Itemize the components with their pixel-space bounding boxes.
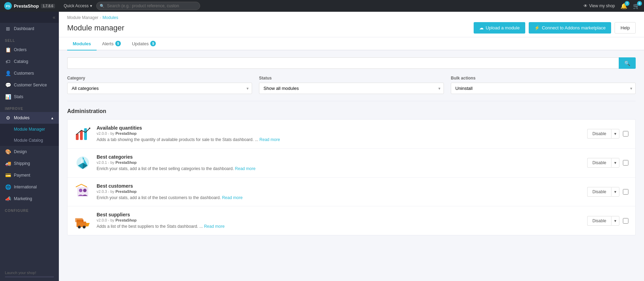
connect-label: Connect to Addons marketplace [542,25,606,30]
help-button[interactable]: Help [615,22,636,34]
bulk-actions-label: Bulk actions [451,76,636,81]
module-checkbox[interactable] [623,131,628,137]
module-name: Available quantities [97,125,582,131]
module-version: v2.0.0 - by PrestaShop [97,131,582,135]
modules-icon: ⚙ [5,115,11,121]
module-description: Enrich your stats, add a list of the bes… [97,195,582,201]
logo: PS PrestaShop 1.7.8.6 [4,2,60,10]
svg-point-14 [83,226,86,228]
svg-rect-4 [84,128,87,140]
global-search: 🔍 [96,2,200,10]
tab-alerts[interactable]: Alerts 9 [97,37,126,50]
module-search-input[interactable] [67,57,619,69]
module-list: Available quantities v2.0.0 - by PrestaS… [67,119,636,235]
sidebar-item-payment[interactable]: 💳 Payment [0,169,59,181]
module-info-best-categories: Best categories v2.0.1 - by PrestaShop E… [97,154,582,172]
view-shop-button[interactable]: 👁 View my shop [583,3,615,8]
tab-modules[interactable]: Modules [67,37,97,50]
table-row: Best customers v2.0.3 - by PrestaShop En… [68,178,635,207]
category-select[interactable]: All categories Administration Analytics … [67,83,252,94]
sidebar: « ⊞ Dashboard SELL 📋 Orders 🏷 Catalog 👤 … [0,12,59,281]
module-version: v2.0.1 - by PrestaShop [97,160,582,165]
payment-icon: 💳 [5,172,11,178]
sidebar-item-module-manager[interactable]: Module Manager [0,124,59,135]
read-more-link[interactable]: Read more [222,195,242,200]
bulk-actions-group: Bulk actions Uninstall Enable Disable ▾ [451,76,636,94]
global-search-input[interactable] [96,2,200,10]
upload-module-button[interactable]: ☁ Upload a module [474,22,525,34]
module-checkbox[interactable] [623,189,628,195]
module-checkbox[interactable] [623,218,628,224]
module-icon-best-customers [74,184,91,200]
action-dropdown-button[interactable]: ▾ [611,187,619,197]
connect-addons-button[interactable]: ⚡ Connect to Addons marketplace [529,22,611,34]
status-select[interactable]: Show all modules Enabled Disabled [259,83,444,94]
module-catalog-label: Module Catalog [14,138,43,143]
prestashop-logo-icon: PS [4,2,12,10]
sidebar-item-shipping[interactable]: 🚚 Shipping [0,158,59,169]
module-version: v2.0.3 - by PrestaShop [97,189,582,194]
sidebar-item-design[interactable]: 🎨 Design [0,146,59,158]
sidebar-item-orders[interactable]: 📋 Orders [0,44,59,56]
svg-rect-15 [75,218,83,222]
status-filter-group: Status Show all modules Enabled Disabled… [259,76,444,94]
action-dropdown-button[interactable]: ▾ [611,216,619,226]
view-shop-label: View my shop [589,3,615,8]
page-title: Module manager [67,24,124,32]
module-description: Adds a list of the best suppliers to the… [97,224,582,230]
sidebar-footer: Launch your shop! [0,267,59,281]
disable-button[interactable]: Disable [587,129,611,139]
orders-icon: 📋 [5,47,11,53]
module-checkbox[interactable] [623,160,628,166]
updates-badge: 9 [150,41,156,46]
action-dropdown-button[interactable]: ▾ [611,129,619,139]
svg-point-10 [83,189,87,192]
topbar: PS PrestaShop 1.7.8.6 Quick Access ▾ 🔍 👁… [0,0,644,12]
breadcrumb-parent[interactable]: Module Manager [67,15,98,20]
sidebar-item-module-catalog[interactable]: Module Catalog [0,135,59,146]
sidebar-item-label: Dashboard [14,26,34,31]
disable-button[interactable]: Disable [587,187,611,197]
sell-section-label: SELL [0,35,59,44]
svg-point-13 [78,226,81,228]
read-more-link[interactable]: Read more [204,224,224,229]
help-label: Help [620,25,630,30]
notifications-button[interactable]: 🔔 7 [620,3,627,9]
sidebar-item-label: Modules [14,115,29,120]
quick-access-button[interactable]: Quick Access ▾ [64,3,92,8]
module-search-bar: 🔍 [67,57,636,69]
sidebar-item-marketing[interactable]: 📣 Marketing [0,193,59,205]
sidebar-item-catalog[interactable]: 🏷 Catalog [0,56,59,67]
sidebar-item-stats[interactable]: 📊 Stats [0,91,59,103]
module-icon-best-suppliers [74,213,91,229]
sidebar-item-customer-service[interactable]: 💬 Customer Service [0,79,59,91]
disable-button[interactable]: Disable [587,216,611,226]
action-dropdown-button[interactable]: ▾ [611,158,619,168]
design-icon: 🎨 [5,149,11,154]
module-icon-best-categories [74,154,91,171]
sidebar-item-dashboard[interactable]: ⊞ Dashboard [0,23,59,35]
bulk-select[interactable]: Uninstall Enable Disable [451,83,636,94]
module-actions-best-suppliers: Disable ▾ [587,216,628,226]
read-more-link[interactable]: Read more [259,137,280,142]
disable-button[interactable]: Disable [587,158,611,168]
sidebar-collapse-button[interactable]: « [0,12,59,23]
customer-service-icon: 💬 [5,82,11,88]
module-icon-available-quantities [74,125,91,142]
breadcrumb-separator: › [100,15,101,20]
table-row: Best categories v2.0.1 - by PrestaShop E… [68,149,635,178]
module-name: Best customers [97,183,582,189]
svg-rect-2 [76,134,79,140]
cart-button[interactable]: 🛒 0 [633,3,640,9]
tab-updates[interactable]: Updates 9 [126,37,161,50]
sidebar-item-international[interactable]: 🌐 International [0,181,59,193]
read-more-link[interactable]: Read more [235,166,256,171]
module-description: Enrich your stats, add a list of the bes… [97,166,582,172]
sidebar-item-customers[interactable]: 👤 Customers [0,67,59,79]
sidebar-item-label: Payment [14,173,30,178]
bulk-select-wrap: Uninstall Enable Disable ▾ [451,83,636,94]
module-actions-best-customers: Disable ▾ [587,187,628,197]
sidebar-item-modules[interactable]: ⚙ Modules ▲ [0,112,59,124]
module-search-button[interactable]: 🔍 [619,57,636,69]
table-row: Best suppliers v2.0.0 - by PrestaShop Ad… [68,206,635,235]
